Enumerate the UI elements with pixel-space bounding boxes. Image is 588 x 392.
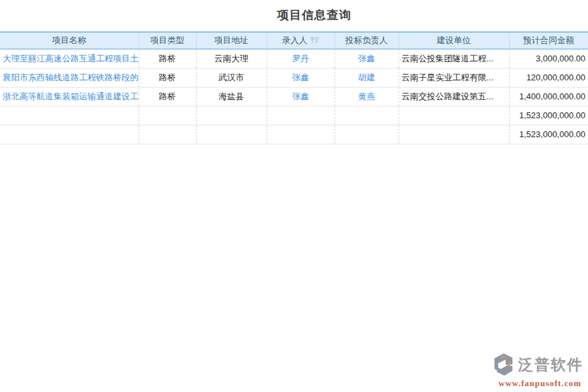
- cell-entry-person: [267, 106, 335, 125]
- cell-contract-amount: 1,523,000,000.00: [509, 125, 588, 144]
- cell-bid-manager: 黄燕: [335, 88, 399, 106]
- cell-project-name: [0, 106, 139, 125]
- col-header-bid-manager[interactable]: 投标负责人: [335, 32, 399, 49]
- col-header-contract-amount[interactable]: 预计合同金额: [509, 32, 588, 49]
- col-header-project-name[interactable]: 项目名称: [0, 32, 139, 49]
- cell-project-address: [196, 125, 267, 144]
- cell-contract-amount: 3,000,000.00: [509, 49, 588, 69]
- cell-project-name: 浙北高等航道集装箱运输通道建设工: [0, 88, 139, 106]
- cell-contract-amount: 120,000,000.00: [509, 69, 588, 88]
- cell-construction-unit: 云南公投集团隧道工程...: [399, 49, 509, 69]
- cell-project-type: 路桥: [139, 88, 196, 106]
- cell-project-name: 襄阳市东西轴线道路工程铁路桥段的: [0, 69, 139, 88]
- col-header-construction-unit[interactable]: 建设单位: [399, 32, 509, 49]
- cell-entry-person: [267, 125, 335, 144]
- table-row-subtotal: 1,523,000,000.00: [0, 106, 588, 125]
- cell-project-type: [139, 125, 196, 144]
- watermark: 泛普软件 www.fanpusoft.com: [492, 352, 583, 387]
- col-header-label: 项目类型: [150, 35, 184, 45]
- cell-project-type: 路桥: [139, 69, 196, 88]
- cell-project-name: 大理至丽江高速公路互通工程项目土: [0, 49, 139, 69]
- bid-manager-link[interactable]: 胡建: [358, 73, 375, 82]
- cell-project-address: 海盐县: [196, 88, 267, 106]
- entry-person-link[interactable]: 张鑫: [292, 73, 309, 82]
- project-name-link[interactable]: 大理至丽江高速公路互通工程项目土: [3, 54, 139, 63]
- table-header-row: 项目名称 项目类型 项目地址 录入人 投标负责人 建设单位 预计合同金额: [0, 32, 588, 49]
- cell-project-type: 路桥: [139, 49, 196, 69]
- table-row-total: 1,523,000,000.00: [0, 125, 588, 144]
- entry-person-link[interactable]: 罗丹: [292, 54, 309, 63]
- cell-project-name: [0, 125, 139, 144]
- cell-construction-unit: [399, 106, 509, 125]
- col-header-project-type[interactable]: 项目类型: [139, 32, 196, 49]
- fanpu-logo-icon: [492, 352, 517, 377]
- col-header-entry-person[interactable]: 录入人: [267, 32, 335, 49]
- cell-bid-manager: 胡建: [335, 69, 399, 88]
- bid-manager-link[interactable]: 张鑫: [358, 54, 375, 63]
- cell-construction-unit: 云南交投公路建设第五...: [399, 88, 509, 106]
- watermark-brand: 泛普软件: [518, 357, 583, 372]
- table-row: 襄阳市东西轴线道路工程铁路桥段的 路桥 武汉市 张鑫 胡建 云南子星实业工程有限…: [0, 69, 588, 88]
- cell-bid-manager: 张鑫: [335, 49, 399, 69]
- cell-bid-manager: [335, 106, 399, 125]
- col-header-label: 项目地址: [214, 35, 248, 45]
- cell-contract-amount: 1,400,000,000.00: [509, 88, 588, 106]
- cell-contract-amount: 1,523,000,000.00: [509, 106, 588, 125]
- cell-project-address: 武汉市: [196, 69, 267, 88]
- cell-construction-unit: [399, 125, 509, 144]
- sort-ascending-icon[interactable]: [310, 36, 319, 44]
- col-header-label: 录入人: [282, 35, 308, 45]
- col-header-project-address[interactable]: 项目地址: [196, 32, 267, 49]
- entry-person-link[interactable]: 张鑫: [292, 91, 309, 101]
- col-header-label: 建设单位: [437, 35, 471, 45]
- col-header-label: 项目名称: [52, 35, 86, 45]
- cell-project-address: [196, 106, 267, 125]
- bid-manager-link[interactable]: 黄燕: [358, 91, 375, 101]
- cell-entry-person: 张鑫: [267, 88, 335, 106]
- cell-project-address: 云南大理: [196, 49, 267, 69]
- project-name-link[interactable]: 襄阳市东西轴线道路工程铁路桥段的: [3, 73, 139, 82]
- col-header-label: 投标负责人: [346, 35, 388, 45]
- cell-entry-person: 张鑫: [267, 69, 335, 88]
- cell-bid-manager: [335, 125, 399, 144]
- project-name-link[interactable]: 浙北高等航道集装箱运输通道建设工: [3, 91, 139, 101]
- cell-construction-unit: 云南子星实业工程有限...: [399, 69, 509, 88]
- table-row: 浙北高等航道集装箱运输通道建设工 路桥 海盐县 张鑫 黄燕 云南交投公路建设第五…: [0, 88, 588, 106]
- watermark-url[interactable]: www.fanpusoft.com: [492, 379, 583, 387]
- cell-entry-person: 罗丹: [267, 49, 335, 69]
- page-title: 项目信息查询: [20, 0, 588, 29]
- project-info-table: 项目名称 项目类型 项目地址 录入人 投标负责人 建设单位 预计合同金额 大理至…: [0, 31, 588, 144]
- col-header-label: 预计合同金额: [523, 35, 574, 45]
- table-row: 大理至丽江高速公路互通工程项目土 路桥 云南大理 罗丹 张鑫 云南公投集团隧道工…: [0, 49, 588, 69]
- cell-project-type: [139, 106, 196, 125]
